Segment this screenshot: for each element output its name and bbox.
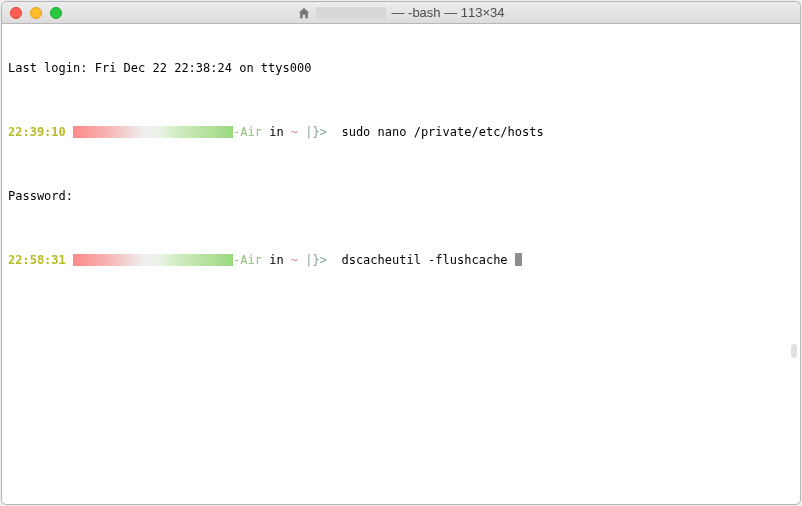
cwd: ~ bbox=[291, 253, 298, 267]
command-text: dscacheutil -flushcache bbox=[334, 253, 515, 267]
scrollbar-thumb[interactable] bbox=[791, 344, 797, 358]
host-suffix: -Air bbox=[233, 125, 262, 139]
last-login-line: Last login: Fri Dec 22 22:38:24 on ttys0… bbox=[8, 60, 794, 76]
window-title: — -bash — 113×34 bbox=[2, 5, 800, 20]
cwd: ~ bbox=[291, 125, 298, 139]
prompt-sep: |}> bbox=[298, 125, 334, 139]
cursor-icon bbox=[515, 253, 522, 266]
timestamp: 22:39:10 bbox=[8, 125, 66, 139]
redacted-user bbox=[73, 126, 233, 138]
home-icon bbox=[297, 6, 311, 20]
close-icon[interactable] bbox=[10, 7, 22, 19]
zoom-icon[interactable] bbox=[50, 7, 62, 19]
titlebar[interactable]: — -bash — 113×34 bbox=[2, 2, 800, 24]
terminal-window: — -bash — 113×34 Last login: Fri Dec 22 … bbox=[1, 1, 801, 505]
prompt-line-1: 22:39:10 -Air in ~ |}> sudo nano /privat… bbox=[8, 124, 794, 140]
minimize-icon[interactable] bbox=[30, 7, 42, 19]
host-suffix: -Air bbox=[233, 253, 262, 267]
prompt-line-current: 22:58:31 -Air in ~ |}> dscacheutil -flus… bbox=[8, 252, 794, 268]
title-text: — -bash — 113×34 bbox=[391, 5, 504, 20]
redacted-user bbox=[73, 254, 233, 266]
password-prompt: Password: bbox=[8, 188, 794, 204]
redacted-username bbox=[316, 7, 386, 19]
terminal-body[interactable]: Last login: Fri Dec 22 22:38:24 on ttys0… bbox=[2, 24, 800, 504]
timestamp: 22:58:31 bbox=[8, 253, 66, 267]
prompt-sep: |}> bbox=[298, 253, 334, 267]
command-text: sudo nano /private/etc/hosts bbox=[334, 125, 544, 139]
window-controls bbox=[2, 7, 62, 19]
